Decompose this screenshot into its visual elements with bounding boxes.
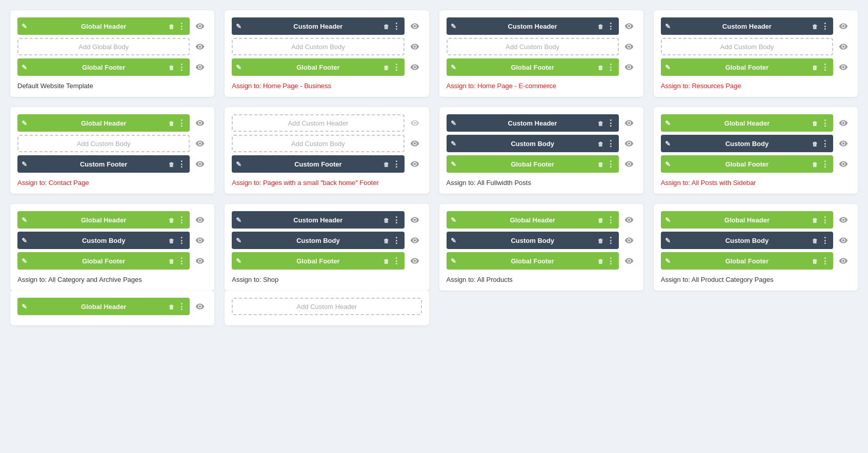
dots-icon-shop-2[interactable] — [392, 256, 400, 266]
dots-icon-resources-page-2[interactable] — [821, 63, 829, 72]
trash-icon-all-fullwidth-posts-1[interactable] — [598, 140, 603, 148]
eye-btn-all-products-0[interactable] — [622, 213, 636, 227]
eye-btn-all-fullwidth-posts-2[interactable] — [622, 157, 636, 171]
dots-icon-default-website-0[interactable] — [177, 22, 186, 31]
pencil-icon-contact-page-2[interactable] — [22, 160, 27, 168]
bar-product-category-2[interactable]: Global Footer — [661, 252, 833, 270]
pencil-icon-product-category-1[interactable] — [665, 237, 671, 244]
trash-icon-all-posts-sidebar-0[interactable] — [812, 119, 818, 127]
bar-all-posts-sidebar-2[interactable]: Global Footer — [661, 155, 833, 173]
bar-resources-page-0[interactable]: Custom Header — [661, 17, 833, 35]
eye-btn-contact-page-2[interactable] — [193, 157, 207, 171]
bar-back-home-footer-2[interactable]: Custom Footer — [232, 155, 404, 173]
dots-icon-all-fullwidth-posts-1[interactable] — [607, 139, 615, 149]
trash-icon-product-category-1[interactable] — [812, 237, 818, 244]
trash-icon-default-website-2[interactable] — [169, 64, 174, 71]
bar-all-products-1[interactable]: Custom Body — [447, 232, 619, 249]
bar-category-archive-0[interactable]: Global Header — [17, 211, 190, 229]
trash-icon-all-posts-sidebar-2[interactable] — [812, 160, 818, 168]
bar-default-website-2[interactable]: Global Footer — [17, 58, 190, 76]
partial-eye-btn[interactable] — [193, 299, 207, 314]
dots-icon-product-category-1[interactable] — [821, 236, 829, 245]
eye-btn-resources-page-0[interactable] — [836, 19, 851, 33]
trash-icon-all-products-0[interactable] — [598, 216, 603, 224]
trash-icon-home-business-2[interactable] — [383, 64, 389, 71]
eye-btn-product-category-2[interactable] — [836, 254, 851, 268]
trash-icon-product-category-2[interactable] — [812, 257, 818, 265]
eye-btn-all-fullwidth-posts-0[interactable] — [622, 116, 636, 130]
pencil-icon-all-posts-sidebar-2[interactable] — [665, 160, 671, 168]
dots-icon-all-products-2[interactable] — [607, 256, 615, 266]
eye-btn-default-website-0[interactable] — [193, 19, 207, 33]
pencil-icon-all-posts-sidebar-1[interactable] — [665, 140, 671, 148]
pencil-icon-product-category-2[interactable] — [665, 257, 671, 265]
eye-btn-home-business-2[interactable] — [408, 60, 422, 74]
dots-icon-category-archive-2[interactable] — [177, 256, 186, 266]
eye-btn-category-archive-1[interactable] — [193, 233, 207, 248]
eye-btn-back-home-footer-2[interactable] — [408, 157, 422, 171]
eye-btn-product-category-0[interactable] — [836, 213, 851, 227]
pencil-icon-home-ecommerce-2[interactable] — [451, 64, 456, 71]
pencil-icon-all-fullwidth-posts-2[interactable] — [451, 160, 456, 168]
dots-icon-default-website-2[interactable] — [177, 63, 186, 72]
bar-contact-page-0[interactable]: Global Header — [17, 114, 190, 132]
bar-shop-1[interactable]: Custom Body — [232, 232, 404, 249]
eye-btn-all-posts-sidebar-2[interactable] — [836, 157, 851, 171]
eye-btn-home-ecommerce-0[interactable] — [622, 19, 636, 33]
trash-icon-all-fullwidth-posts-0[interactable] — [598, 119, 603, 127]
eye-btn-category-archive-2[interactable] — [193, 254, 207, 268]
eye-btn-default-website-1[interactable] — [193, 39, 207, 54]
trash-icon-resources-page-0[interactable] — [812, 23, 818, 30]
eye-btn-contact-page-0[interactable] — [193, 116, 207, 130]
trash-icon-default-website-0[interactable] — [169, 23, 174, 30]
assign-label-all-posts-sidebar[interactable]: Assign to: All Posts with Sidebar — [661, 179, 851, 187]
assign-label-contact-page[interactable]: Assign to: Contact Page — [17, 179, 207, 187]
trash-icon-shop-1[interactable] — [383, 237, 389, 244]
dots-icon-category-archive-1[interactable] — [177, 236, 186, 245]
dots-icon-resources-page-0[interactable] — [821, 22, 829, 31]
dots-icon-category-archive-0[interactable] — [177, 215, 186, 225]
partial-dots-icon[interactable] — [177, 302, 186, 312]
pencil-icon-shop-0[interactable] — [236, 216, 241, 224]
pencil-icon-product-category-0[interactable] — [665, 216, 671, 224]
assign-label-resources-page[interactable]: Assign to: Resources Page — [661, 82, 851, 90]
eye-btn-resources-page-1[interactable] — [836, 39, 851, 54]
pencil-icon-category-archive-0[interactable] — [22, 216, 27, 224]
eye-btn-contact-page-1[interactable] — [193, 136, 207, 151]
bar-shop-2[interactable]: Global Footer — [232, 252, 404, 270]
pencil-icon-default-website-2[interactable] — [22, 64, 27, 71]
bar-home-business-0[interactable]: Custom Header — [232, 17, 404, 35]
pencil-icon-all-fullwidth-posts-0[interactable] — [451, 119, 456, 127]
dots-icon-all-fullwidth-posts-0[interactable] — [607, 118, 615, 128]
trash-icon-product-category-0[interactable] — [812, 216, 818, 224]
assign-label-back-home-footer[interactable]: Assign to: Pages with a small "back home… — [232, 179, 421, 187]
eye-btn-product-category-1[interactable] — [836, 233, 851, 248]
partial-trash-icon[interactable] — [169, 303, 174, 311]
eye-btn-all-posts-sidebar-0[interactable] — [836, 116, 851, 130]
bar-all-products-0[interactable]: Global Header — [447, 211, 619, 229]
eye-btn-all-fullwidth-posts-1[interactable] — [622, 136, 636, 151]
eye-btn-all-products-2[interactable] — [622, 254, 636, 268]
pencil-icon-resources-page-2[interactable] — [665, 64, 671, 71]
pencil-icon-all-products-1[interactable] — [451, 237, 456, 244]
bar-product-category-0[interactable]: Global Header — [661, 211, 833, 229]
pencil-icon-home-business-0[interactable] — [236, 23, 241, 30]
trash-icon-home-business-0[interactable] — [383, 23, 389, 30]
dots-icon-shop-1[interactable] — [392, 236, 400, 245]
eye-btn-all-posts-sidebar-1[interactable] — [836, 136, 851, 151]
eye-btn-home-ecommerce-2[interactable] — [622, 60, 636, 74]
eye-btn-shop-1[interactable] — [408, 233, 422, 248]
eye-btn-category-archive-0[interactable] — [193, 213, 207, 227]
bar-resources-page-2[interactable]: Global Footer — [661, 58, 833, 76]
dots-icon-all-fullwidth-posts-2[interactable] — [607, 159, 615, 169]
pencil-icon-all-products-0[interactable] — [451, 216, 456, 224]
dots-icon-all-posts-sidebar-1[interactable] — [821, 139, 829, 149]
eye-btn-all-products-1[interactable] — [622, 233, 636, 248]
pencil-icon-category-archive-1[interactable] — [22, 237, 27, 244]
trash-icon-all-posts-sidebar-1[interactable] — [812, 140, 818, 148]
pencil-icon-all-products-2[interactable] — [451, 257, 456, 265]
eye-btn-home-business-0[interactable] — [408, 19, 422, 33]
trash-icon-back-home-footer-2[interactable] — [383, 160, 389, 168]
pencil-icon-shop-1[interactable] — [236, 237, 241, 244]
trash-icon-contact-page-2[interactable] — [169, 160, 174, 168]
